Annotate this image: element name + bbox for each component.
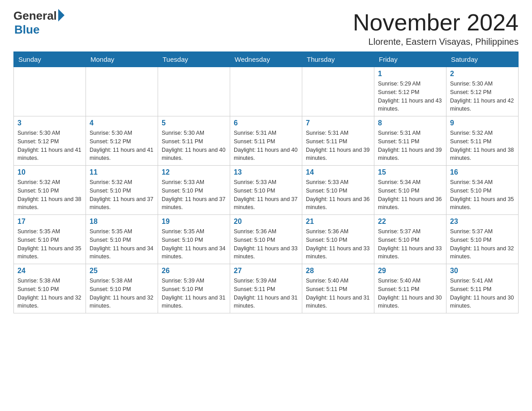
calendar-cell: 30Sunrise: 5:41 AMSunset: 5:11 PMDayligh… (446, 264, 519, 313)
calendar-cell: 7Sunrise: 5:31 AMSunset: 5:11 PMDaylight… (302, 116, 374, 166)
day-info: Sunrise: 5:35 AMSunset: 5:10 PMDaylight:… (17, 227, 82, 261)
day-info: Sunrise: 5:36 AMSunset: 5:10 PMDaylight:… (234, 227, 298, 261)
calendar-cell: 29Sunrise: 5:40 AMSunset: 5:11 PMDayligh… (374, 264, 446, 313)
calendar-header-row: SundayMondayTuesdayWednesdayThursdayFrid… (14, 52, 519, 67)
week-row-2: 10Sunrise: 5:32 AMSunset: 5:10 PMDayligh… (14, 166, 519, 215)
day-info: Sunrise: 5:31 AMSunset: 5:11 PMDaylight:… (378, 129, 442, 163)
day-number: 26 (162, 267, 226, 275)
week-row-3: 17Sunrise: 5:35 AMSunset: 5:10 PMDayligh… (14, 215, 519, 264)
day-number: 14 (306, 168, 370, 176)
day-number: 24 (17, 267, 82, 275)
day-number: 27 (234, 267, 298, 275)
calendar-header-tuesday: Tuesday (158, 52, 230, 67)
day-info: Sunrise: 5:35 AMSunset: 5:10 PMDaylight:… (162, 227, 226, 261)
calendar-cell: 12Sunrise: 5:33 AMSunset: 5:10 PMDayligh… (158, 166, 230, 215)
day-number: 22 (378, 218, 442, 226)
calendar-cell: 24Sunrise: 5:38 AMSunset: 5:10 PMDayligh… (14, 264, 86, 313)
day-number: 1 (378, 70, 442, 78)
week-row-0: 1Sunrise: 5:29 AMSunset: 5:12 PMDaylight… (14, 67, 519, 116)
day-number: 2 (450, 70, 515, 78)
title-section: November 2024 Llorente, Eastern Visayas,… (353, 9, 519, 47)
calendar-cell: 19Sunrise: 5:35 AMSunset: 5:10 PMDayligh… (158, 215, 230, 264)
calendar-cell (230, 67, 302, 116)
calendar-cell: 14Sunrise: 5:33 AMSunset: 5:10 PMDayligh… (302, 166, 374, 215)
logo-general-text: General (13, 9, 57, 23)
day-number: 13 (234, 168, 298, 176)
calendar-header-wednesday: Wednesday (230, 52, 302, 67)
main-title: November 2024 (353, 9, 519, 36)
day-number: 10 (17, 168, 82, 176)
calendar-cell: 4Sunrise: 5:30 AMSunset: 5:12 PMDaylight… (86, 116, 158, 166)
day-number: 29 (378, 267, 442, 275)
day-number: 15 (378, 168, 442, 176)
day-info: Sunrise: 5:39 AMSunset: 5:11 PMDaylight:… (234, 277, 298, 310)
logo-blue-text: Blue (14, 23, 39, 37)
day-number: 6 (234, 119, 298, 127)
calendar-header-thursday: Thursday (302, 52, 374, 67)
day-number: 17 (17, 218, 82, 226)
day-number: 3 (17, 119, 82, 127)
calendar-cell: 22Sunrise: 5:37 AMSunset: 5:10 PMDayligh… (374, 215, 446, 264)
day-info: Sunrise: 5:34 AMSunset: 5:10 PMDaylight:… (450, 178, 515, 212)
calendar-cell (158, 67, 230, 116)
calendar-cell: 8Sunrise: 5:31 AMSunset: 5:11 PMDaylight… (374, 116, 446, 166)
calendar-cell: 3Sunrise: 5:30 AMSunset: 5:12 PMDaylight… (14, 116, 86, 166)
day-number: 20 (234, 218, 298, 226)
day-info: Sunrise: 5:30 AMSunset: 5:12 PMDaylight:… (450, 80, 515, 113)
calendar-cell: 17Sunrise: 5:35 AMSunset: 5:10 PMDayligh… (14, 215, 86, 264)
day-info: Sunrise: 5:33 AMSunset: 5:10 PMDaylight:… (162, 178, 226, 212)
calendar-header-sunday: Sunday (14, 52, 86, 67)
day-number: 21 (306, 218, 370, 226)
day-number: 9 (450, 119, 515, 127)
calendar-cell: 28Sunrise: 5:40 AMSunset: 5:11 PMDayligh… (302, 264, 374, 313)
day-number: 18 (90, 218, 154, 226)
day-info: Sunrise: 5:38 AMSunset: 5:10 PMDaylight:… (90, 277, 154, 310)
calendar-cell: 20Sunrise: 5:36 AMSunset: 5:10 PMDayligh… (230, 215, 302, 264)
calendar-header-saturday: Saturday (446, 52, 519, 67)
day-info: Sunrise: 5:32 AMSunset: 5:11 PMDaylight:… (450, 129, 515, 163)
logo-triangle-icon (58, 9, 64, 21)
calendar-cell: 5Sunrise: 5:30 AMSunset: 5:11 PMDaylight… (158, 116, 230, 166)
day-info: Sunrise: 5:29 AMSunset: 5:12 PMDaylight:… (378, 80, 442, 113)
day-info: Sunrise: 5:30 AMSunset: 5:11 PMDaylight:… (162, 129, 226, 163)
page-header: General Blue November 2024 Llorente, Eas… (13, 9, 519, 47)
logo: General Blue (13, 9, 64, 37)
day-info: Sunrise: 5:30 AMSunset: 5:12 PMDaylight:… (90, 129, 154, 163)
calendar-cell (302, 67, 374, 116)
day-info: Sunrise: 5:39 AMSunset: 5:10 PMDaylight:… (162, 277, 226, 310)
day-info: Sunrise: 5:34 AMSunset: 5:10 PMDaylight:… (378, 178, 442, 212)
week-row-4: 24Sunrise: 5:38 AMSunset: 5:10 PMDayligh… (14, 264, 519, 313)
day-info: Sunrise: 5:40 AMSunset: 5:11 PMDaylight:… (306, 277, 370, 310)
day-info: Sunrise: 5:33 AMSunset: 5:10 PMDaylight:… (234, 178, 298, 212)
day-info: Sunrise: 5:30 AMSunset: 5:12 PMDaylight:… (17, 129, 82, 163)
calendar-cell (14, 67, 86, 116)
day-number: 16 (450, 168, 515, 176)
calendar-cell: 15Sunrise: 5:34 AMSunset: 5:10 PMDayligh… (374, 166, 446, 215)
day-info: Sunrise: 5:33 AMSunset: 5:10 PMDaylight:… (306, 178, 370, 212)
calendar-cell: 18Sunrise: 5:35 AMSunset: 5:10 PMDayligh… (86, 215, 158, 264)
calendar-cell: 27Sunrise: 5:39 AMSunset: 5:11 PMDayligh… (230, 264, 302, 313)
day-number: 5 (162, 119, 226, 127)
calendar-cell: 23Sunrise: 5:37 AMSunset: 5:10 PMDayligh… (446, 215, 519, 264)
day-info: Sunrise: 5:41 AMSunset: 5:11 PMDaylight:… (450, 277, 515, 310)
calendar-cell (86, 67, 158, 116)
day-number: 8 (378, 119, 442, 127)
day-info: Sunrise: 5:31 AMSunset: 5:11 PMDaylight:… (306, 129, 370, 163)
day-info: Sunrise: 5:32 AMSunset: 5:10 PMDaylight:… (17, 178, 82, 212)
day-info: Sunrise: 5:35 AMSunset: 5:10 PMDaylight:… (90, 227, 154, 261)
calendar-cell: 6Sunrise: 5:31 AMSunset: 5:11 PMDaylight… (230, 116, 302, 166)
day-number: 19 (162, 218, 226, 226)
day-number: 25 (90, 267, 154, 275)
calendar-cell: 25Sunrise: 5:38 AMSunset: 5:10 PMDayligh… (86, 264, 158, 313)
calendar-cell: 1Sunrise: 5:29 AMSunset: 5:12 PMDaylight… (374, 67, 446, 116)
day-info: Sunrise: 5:32 AMSunset: 5:10 PMDaylight:… (90, 178, 154, 212)
calendar-cell: 9Sunrise: 5:32 AMSunset: 5:11 PMDaylight… (446, 116, 519, 166)
calendar-header-monday: Monday (86, 52, 158, 67)
day-info: Sunrise: 5:36 AMSunset: 5:10 PMDaylight:… (306, 227, 370, 261)
day-number: 7 (306, 119, 370, 127)
calendar-cell: 10Sunrise: 5:32 AMSunset: 5:10 PMDayligh… (14, 166, 86, 215)
calendar-cell: 13Sunrise: 5:33 AMSunset: 5:10 PMDayligh… (230, 166, 302, 215)
day-info: Sunrise: 5:40 AMSunset: 5:11 PMDaylight:… (378, 277, 442, 310)
day-number: 28 (306, 267, 370, 275)
calendar-cell: 2Sunrise: 5:30 AMSunset: 5:12 PMDaylight… (446, 67, 519, 116)
